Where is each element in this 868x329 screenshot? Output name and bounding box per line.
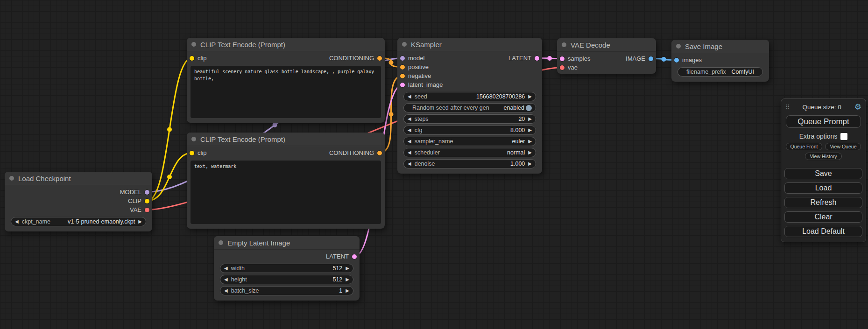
widget-label: filename_prefix [686, 69, 726, 75]
random-seed-toggle-widget[interactable]: Random seed after every gen enabled [403, 103, 536, 112]
ckpt-name-widget[interactable]: ◀ ckpt_name v1-5-pruned-emaonly.ckpt ▶ [11, 217, 146, 226]
conditioning-output-port[interactable] [377, 56, 382, 61]
node-collapse-dot[interactable] [676, 44, 681, 49]
node-title-bar[interactable]: CLIP Text Encode (Prompt) [187, 133, 385, 146]
node-vae-decode[interactable]: VAE Decode samples IMAGE vae [557, 38, 656, 74]
node-title-bar[interactable]: Load Checkpoint [5, 172, 152, 185]
decrement-arrow-icon[interactable]: ◀ [408, 117, 411, 121]
node-collapse-dot[interactable] [562, 42, 566, 47]
toggle-indicator[interactable] [526, 105, 532, 111]
images-input-port[interactable] [674, 58, 679, 63]
cfg-widget[interactable]: ◀ cfg 8.000 ▶ [403, 126, 536, 135]
negative-input-port[interactable] [400, 74, 405, 78]
increment-arrow-icon[interactable]: ▶ [528, 117, 532, 121]
decrement-arrow-icon[interactable]: ◀ [408, 150, 411, 155]
batch-size-widget[interactable]: ◀ batch_size 1 ▶ [220, 286, 353, 295]
steps-widget[interactable]: ◀ steps 20 ▶ [403, 114, 536, 124]
samples-input-port[interactable] [560, 56, 565, 61]
node-title-bar[interactable]: CLIP Text Encode (Prompt) [187, 38, 385, 51]
clip-output-port[interactable] [145, 199, 149, 203]
settings-gear-icon[interactable]: ⚙ [854, 103, 861, 111]
decrement-arrow-icon[interactable]: ◀ [224, 266, 228, 271]
increment-arrow-icon[interactable]: ▶ [346, 277, 349, 282]
clear-button[interactable]: Clear [784, 211, 862, 223]
sampler-name-widget[interactable]: ◀ sampler_name euler ▶ [403, 137, 536, 146]
node-empty-latent-image[interactable]: Empty Latent Image LATENT ◀ width 512 ▶ … [214, 236, 360, 301]
queue-front-button[interactable]: Queue Front [786, 143, 823, 150]
node-graph-canvas[interactable]: Load Checkpoint MODEL CLIP VAE ◀ ckpt_na… [0, 0, 868, 329]
extra-options-checkbox[interactable] [840, 133, 847, 140]
increment-arrow-icon[interactable]: ▶ [346, 288, 349, 293]
node-collapse-dot[interactable] [402, 42, 407, 47]
view-queue-button[interactable]: View Queue [825, 143, 861, 150]
widget-label: width [231, 265, 245, 272]
refresh-button[interactable]: Refresh [784, 197, 862, 208]
queue-prompt-button[interactable]: Queue Prompt [786, 115, 861, 128]
positive-input-port[interactable] [400, 65, 405, 70]
node-title: Save Image [685, 42, 722, 50]
prompt-text-widget[interactable]: text, watermark [191, 161, 381, 224]
node-collapse-dot[interactable] [9, 176, 14, 181]
increment-arrow-icon[interactable]: ▶ [528, 161, 532, 166]
widget-value: 1 [339, 287, 342, 294]
increment-arrow-icon[interactable]: ▶ [528, 139, 532, 144]
vae-output-port[interactable] [145, 208, 149, 212]
decrement-arrow-icon[interactable]: ◀ [15, 219, 19, 224]
node-collapse-dot[interactable] [191, 42, 196, 47]
image-output-port[interactable] [649, 56, 653, 61]
port-label: VAE [130, 206, 141, 213]
node-collapse-dot[interactable] [191, 137, 196, 141]
node-title-bar[interactable]: Save Image [671, 40, 769, 53]
height-widget[interactable]: ◀ height 512 ▶ [220, 275, 353, 284]
latent-image-input-port[interactable] [400, 83, 405, 87]
node-save-image[interactable]: Save Image images filename_prefix ComfyU… [671, 40, 769, 82]
vae-input-port[interactable] [560, 65, 565, 70]
decrement-arrow-icon[interactable]: ◀ [224, 277, 228, 282]
node-load-checkpoint[interactable]: Load Checkpoint MODEL CLIP VAE ◀ ckpt_na… [5, 172, 152, 231]
increment-arrow-icon[interactable]: ▶ [346, 266, 349, 271]
clip-input-port[interactable] [190, 56, 194, 61]
view-history-button[interactable]: View History [805, 153, 841, 160]
filename-prefix-widget[interactable]: filename_prefix ComfyUI [677, 67, 763, 77]
increment-arrow-icon[interactable]: ▶ [528, 94, 532, 99]
decrement-arrow-icon[interactable]: ◀ [224, 288, 228, 293]
node-title-bar[interactable]: VAE Decode [557, 38, 656, 52]
prompt-text-widget[interactable]: beautiful scenery nature glass bottle la… [191, 66, 381, 118]
scheduler-widget[interactable]: ◀ scheduler normal ▶ [403, 148, 536, 157]
node-clip-text-encode-negative[interactable]: CLIP Text Encode (Prompt) clip CONDITION… [187, 133, 385, 229]
node-title-bar[interactable]: Empty Latent Image [214, 236, 360, 250]
conditioning-output-port[interactable] [377, 151, 382, 155]
output-row-latent: LATENT [214, 252, 360, 261]
drag-handle-icon[interactable]: ⠿ [785, 104, 790, 111]
seed-widget[interactable]: ◀ seed 156680208700286 ▶ [403, 92, 536, 101]
increment-arrow-icon[interactable]: ▶ [528, 150, 532, 155]
width-widget[interactable]: ◀ width 512 ▶ [220, 264, 353, 273]
port-label: positive [408, 63, 429, 70]
decrement-arrow-icon[interactable]: ◀ [408, 94, 411, 99]
widget-value: 156680208700286 [476, 93, 525, 100]
decrement-arrow-icon[interactable]: ◀ [408, 128, 411, 133]
save-button[interactable]: Save [784, 168, 862, 179]
node-clip-text-encode-positive[interactable]: CLIP Text Encode (Prompt) clip CONDITION… [187, 38, 385, 123]
load-button[interactable]: Load [784, 182, 862, 194]
output-row-latent: LATENT [508, 54, 539, 63]
widget-value: ComfyUI [731, 69, 754, 75]
input-row-images: images [671, 56, 769, 64]
latent-output-port[interactable] [535, 56, 539, 61]
port-label: IMAGE [626, 55, 645, 62]
widget-label: cfg [415, 127, 423, 133]
clip-input-port[interactable] [190, 151, 194, 155]
widget-label: denoise [415, 161, 435, 167]
node-ksampler[interactable]: KSampler model positive negative latent_… [397, 38, 542, 174]
latent-output-port[interactable] [352, 254, 357, 259]
increment-arrow-icon[interactable]: ▶ [528, 128, 532, 133]
decrement-arrow-icon[interactable]: ◀ [408, 161, 411, 166]
decrement-arrow-icon[interactable]: ◀ [408, 139, 411, 144]
model-input-port[interactable] [400, 56, 405, 61]
load-default-button[interactable]: Load Default [784, 226, 862, 237]
node-title-bar[interactable]: KSampler [397, 38, 542, 51]
denoise-widget[interactable]: ◀ denoise 1.000 ▶ [403, 159, 536, 168]
increment-arrow-icon[interactable]: ▶ [138, 219, 142, 224]
node-collapse-dot[interactable] [219, 240, 223, 245]
model-output-port[interactable] [145, 190, 149, 195]
